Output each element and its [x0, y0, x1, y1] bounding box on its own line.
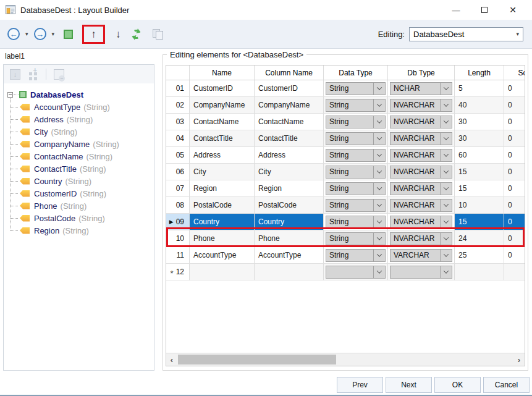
column-header-column-name[interactable]: Column Name — [255, 65, 324, 80]
prev-button[interactable]: Prev — [337, 377, 383, 393]
db-type-combobox[interactable]: NVARCHAR — [390, 166, 452, 179]
chevron-down-icon[interactable] — [373, 216, 385, 228]
stop-icon[interactable] — [64, 30, 73, 39]
data-type-combobox[interactable] — [326, 266, 386, 279]
move-down-icon[interactable]: ↓ — [116, 29, 121, 40]
db-type-combobox[interactable]: NVARCHAR — [390, 99, 452, 112]
tree-item[interactable]: Address(String) — [10, 113, 154, 125]
data-type-combobox[interactable]: String — [326, 132, 386, 145]
table-row[interactable]: 05 Address Address String NVARCHAR 60 0 — [166, 147, 525, 164]
data-type-combobox[interactable]: String — [326, 216, 386, 229]
forward-icon[interactable]: → — [34, 28, 46, 40]
back-dropdown-icon[interactable]: ▾ — [25, 31, 28, 37]
tree-item[interactable]: PostalCode(String) — [10, 212, 154, 224]
db-type-combobox[interactable]: NVARCHAR — [390, 116, 452, 128]
tree-item[interactable]: Country(String) — [10, 175, 154, 187]
db-type-combobox[interactable]: NVARCHAR — [390, 199, 452, 212]
chevron-down-icon[interactable] — [373, 83, 385, 95]
table-row-new[interactable]: *12 — [166, 264, 525, 280]
data-type-combobox[interactable]: String — [326, 182, 386, 195]
data-type-combobox[interactable]: String — [326, 99, 386, 112]
ok-button[interactable]: OK — [434, 377, 481, 393]
chevron-down-icon[interactable] — [373, 266, 385, 278]
remove-field-icon[interactable] — [54, 69, 64, 80]
data-type-combobox[interactable]: String — [326, 82, 386, 95]
scroll-left-icon[interactable]: ‹ — [166, 353, 177, 366]
tree-item[interactable]: CustomerID(String) — [10, 187, 154, 200]
data-type-combobox[interactable]: String — [326, 149, 386, 162]
chevron-down-icon[interactable] — [373, 200, 385, 211]
chevron-down-icon[interactable] — [440, 150, 452, 161]
data-type-combobox[interactable]: String — [326, 249, 386, 262]
tree-item[interactable]: City(String) — [10, 125, 154, 138]
chevron-down-icon[interactable] — [440, 266, 452, 278]
chevron-down-icon[interactable] — [373, 150, 385, 161]
chevron-down-icon[interactable] — [373, 133, 385, 145]
forward-dropdown-icon[interactable]: ▾ — [52, 31, 55, 37]
table-row[interactable]: 03 ContactName ContactName String NVARCH… — [166, 114, 525, 130]
editing-combobox[interactable]: DatabaseDest ▾ — [409, 27, 523, 41]
maximize-icon[interactable] — [470, 0, 499, 20]
chevron-down-icon[interactable] — [440, 250, 452, 261]
chevron-down-icon[interactable] — [440, 99, 452, 111]
tree-item[interactable]: ContactName(String) — [10, 150, 154, 162]
db-type-combobox[interactable]: NVARCHAR — [390, 149, 452, 162]
tree-item[interactable]: Phone(String) — [10, 200, 154, 212]
chevron-down-icon[interactable] — [440, 133, 452, 145]
table-row-selected[interactable]: ▶09 Country Country String NVARCHAR 15 0 — [166, 214, 525, 230]
data-type-combobox[interactable]: String — [326, 232, 386, 245]
scrollbar-thumb[interactable] — [178, 355, 336, 364]
close-icon[interactable]: ✕ — [499, 0, 527, 20]
chevron-down-icon[interactable] — [440, 200, 452, 211]
db-type-combobox[interactable]: NVARCHAR — [390, 232, 452, 245]
table-row[interactable]: 07 Region Region String NVARCHAR 15 0 — [166, 180, 525, 197]
chevron-down-icon[interactable] — [440, 216, 452, 228]
back-icon[interactable]: ← — [7, 28, 20, 40]
scroll-right-icon[interactable]: › — [513, 353, 525, 366]
db-type-combobox[interactable]: NVARCHAR — [390, 132, 452, 145]
table-row[interactable]: 02 CompanyName CompanyName String NVARCH… — [166, 97, 525, 114]
next-button[interactable]: Next — [386, 377, 432, 393]
tree-root-node[interactable]: DatabaseDest — [4, 88, 154, 101]
db-type-combobox[interactable]: NVARCHAR — [390, 182, 452, 195]
table-row[interactable]: 06 City City String NVARCHAR 15 0 — [166, 164, 525, 180]
chevron-down-icon[interactable] — [373, 250, 385, 261]
data-type-combobox[interactable]: String — [326, 199, 386, 212]
db-type-combobox[interactable] — [390, 266, 452, 279]
move-up-icon[interactable]: ↑ — [91, 29, 96, 40]
column-header-name[interactable]: Name — [190, 65, 255, 80]
column-header-scale[interactable]: Sc — [504, 65, 525, 80]
data-type-combobox[interactable]: String — [326, 116, 386, 128]
chevron-down-icon[interactable] — [440, 83, 452, 95]
add-field-icon[interactable]: ↓ — [10, 69, 20, 80]
refresh-icon[interactable] — [130, 28, 142, 40]
tree-item[interactable]: Region(String) — [10, 224, 154, 237]
db-type-combobox[interactable]: VARCHAR — [390, 249, 452, 262]
tree-item[interactable]: ContactTitle(String) — [10, 162, 154, 175]
add-all-fields-icon[interactable] — [28, 69, 38, 80]
horizontal-scrollbar[interactable]: ‹ › — [166, 353, 525, 366]
db-type-combobox[interactable]: NVARCHAR — [390, 216, 452, 229]
db-type-combobox[interactable]: NCHAR — [390, 82, 452, 95]
chevron-down-icon[interactable] — [440, 166, 452, 178]
table-row[interactable]: 08 PostalCode PostalCode String NVARCHAR… — [166, 197, 525, 214]
chevron-down-icon[interactable] — [440, 116, 452, 128]
chevron-down-icon[interactable] — [440, 233, 452, 245]
data-type-combobox[interactable]: String — [326, 166, 386, 179]
tree-item[interactable]: AccountType(String) — [10, 101, 154, 113]
table-row[interactable]: 10 Phone Phone String NVARCHAR 24 0 — [166, 230, 525, 247]
table-row[interactable]: 04 ContactTitle ContactTitle String NVAR… — [166, 130, 525, 147]
chevron-down-icon[interactable] — [373, 233, 385, 245]
collapse-icon[interactable] — [7, 92, 13, 98]
chevron-down-icon[interactable] — [373, 116, 385, 128]
table-row[interactable]: 01 CustomerID CustomerID String NCHAR 5 … — [166, 80, 525, 97]
minimize-icon[interactable]: — — [442, 0, 470, 20]
column-header-db-type[interactable]: Db Type — [388, 65, 455, 80]
column-header-data-type[interactable]: Data Type — [324, 65, 388, 80]
table-row[interactable]: 11 AccountType AccountType String VARCHA… — [166, 247, 525, 264]
cancel-button[interactable]: Cancel — [483, 377, 530, 393]
chevron-down-icon[interactable] — [373, 183, 385, 195]
chevron-down-icon[interactable] — [373, 166, 385, 178]
column-header-length[interactable]: Length — [455, 65, 504, 80]
chevron-down-icon[interactable] — [373, 99, 385, 111]
